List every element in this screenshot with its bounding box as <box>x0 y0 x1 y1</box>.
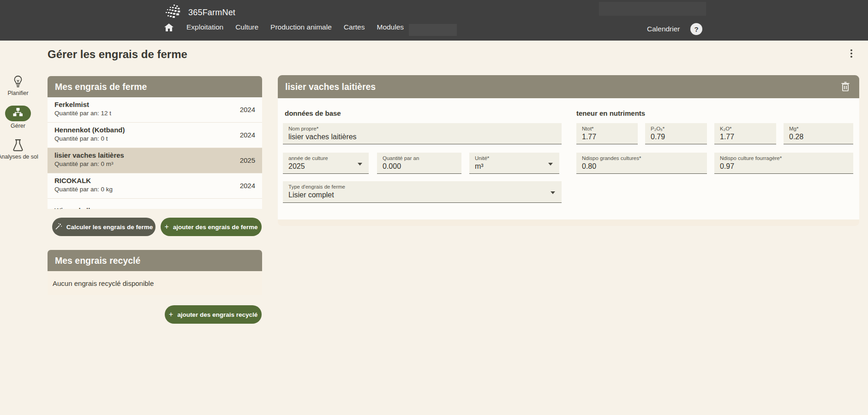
nav-item-calendrier[interactable]: Calendrier <box>647 25 680 33</box>
sidebar-item-label: Planifier <box>7 90 28 96</box>
ndispo-culture-fourragere-field[interactable]: Ndispo culture fourragère* 0.97 <box>714 153 853 174</box>
add-farm-fertilizer-button[interactable]: + ajouter des engrais de ferme <box>161 218 262 236</box>
panel-title: Mes engrais recyclé <box>55 255 140 266</box>
field-label: Quantité par an <box>383 155 456 161</box>
nav-item-culture[interactable]: Culture <box>235 23 258 31</box>
field-label: K₂O* <box>720 126 771 131</box>
home-icon[interactable] <box>164 23 174 31</box>
field-value: 2025 <box>288 162 363 171</box>
fertilizer-name: RICOKALK <box>54 177 255 184</box>
sidebar-item-analyses-de-sol[interactable]: Analyses de sol <box>0 138 36 160</box>
nav-item-exploitation[interactable]: Exploitation <box>186 23 223 31</box>
field-value: Lisier complet <box>288 191 556 199</box>
detail-title: lisier vaches laitières <box>285 82 376 92</box>
chevron-down-icon <box>548 163 553 166</box>
lightbulb-icon <box>13 75 23 89</box>
ndispo-grandes-cultures-field[interactable]: Ndispo grandes cultures* 0.80 <box>576 153 707 174</box>
fertilizer-year: 2025 <box>240 156 255 164</box>
field-value: m³ <box>475 162 554 171</box>
top-header-bar: 365FarmNet Exploitation Culture Producti… <box>0 0 868 41</box>
ntot-field[interactable]: Ntot* 1.77 <box>576 123 638 144</box>
fertilizer-name: Wiesenkalk <box>54 207 255 209</box>
list-item[interactable]: RICOKALK Quantité par an: 0 kg 2024 <box>48 173 262 199</box>
chevron-down-icon <box>551 191 555 194</box>
logo-swoosh-icon <box>164 5 186 20</box>
field-value: 0.000 <box>383 162 456 171</box>
field-label: Nom propre* <box>288 126 556 131</box>
flask-icon <box>12 138 24 152</box>
section-label-nutrients: teneur en nutriments <box>576 109 645 117</box>
field-value: 0.80 <box>582 162 701 171</box>
field-label: Ndispo culture fourragère* <box>720 155 848 161</box>
nav-item-modules[interactable]: Modules <box>377 23 404 31</box>
section-label-base: données de base <box>285 109 341 117</box>
fertilizer-year: 2024 <box>240 131 255 139</box>
button-label: Calculer les engrais de ferme <box>66 224 153 231</box>
fertilizer-year: 2024 <box>240 106 255 113</box>
quantite-par-an-field[interactable]: Quantité par an 0.000 <box>377 153 461 174</box>
detail-panel-header: lisier vaches laitières <box>278 75 859 98</box>
k2o-field[interactable]: K₂O* 1.77 <box>714 123 776 144</box>
fertilizer-quantity: Quantité par an: 0 t <box>54 135 255 142</box>
app-logo[interactable]: 365FarmNet <box>164 5 235 20</box>
fertilizer-name: Ferkelmist <box>54 101 255 108</box>
list-item[interactable]: Hennenkot (Kotband) Quantité par an: 0 t… <box>48 123 262 148</box>
main-nav: Exploitation Culture Production animale … <box>164 23 404 31</box>
recycled-empty-state: Aucun engrais recyclé disponible <box>48 271 262 295</box>
field-label: Unité* <box>475 155 554 161</box>
list-item[interactable]: Ferkelmist Quantité par an: 12 t 2024 <box>48 97 262 123</box>
mg-field[interactable]: Mg* 0.28 <box>784 123 853 144</box>
field-label: année de culture <box>288 155 363 161</box>
chevron-down-icon <box>358 163 362 166</box>
fertilizer-name: lisier vaches laitières <box>54 151 255 159</box>
nom-propre-field[interactable]: Nom propre* lisier vaches laitières <box>283 123 562 144</box>
field-value: 0.97 <box>720 162 848 171</box>
field-label: Mg* <box>789 126 848 131</box>
trash-icon[interactable] <box>841 82 850 92</box>
button-label: ajouter des engrais de ferme <box>173 224 258 231</box>
sidebar-item-gerer[interactable]: Gérer <box>0 106 36 129</box>
wand-icon <box>55 223 62 231</box>
sitemap-icon <box>13 108 23 119</box>
farm-fertilizers-list: Ferkelmist Quantité par an: 12 t 2024 He… <box>48 97 262 209</box>
farm-fertilizers-panel-header: Mes engrais de ferme <box>48 76 262 97</box>
fertilizer-name: Hennenkot (Kotband) <box>54 126 255 134</box>
list-item-clipped[interactable]: Wiesenkalk <box>48 199 262 209</box>
add-recycled-fertilizer-button[interactable]: + ajouter des engrais recyclé <box>165 305 262 324</box>
field-label: P₂O₅* <box>651 126 701 131</box>
redacted-nav-item <box>409 24 457 36</box>
nav-item-production-animale[interactable]: Production animale <box>270 23 332 31</box>
sidebar-item-planifier[interactable]: Planifier <box>0 75 36 96</box>
field-value: 0.28 <box>789 133 848 141</box>
sidebar-item-label: Analyses de sol <box>0 154 38 160</box>
fertilizer-quantity: Quantité par an: 0 kg <box>54 186 255 193</box>
type-engrais-select[interactable]: Type d'engrais de ferme Lisier complet <box>283 181 562 203</box>
fertilizer-year: 2024 <box>240 182 255 190</box>
plus-icon: + <box>169 311 173 318</box>
annee-de-culture-select[interactable]: année de culture 2025 <box>283 153 369 174</box>
field-label: Ntot* <box>582 126 632 131</box>
field-value: 1.77 <box>720 133 771 141</box>
field-value: lisier vaches laitières <box>288 133 556 141</box>
panel-title: Mes engrais de ferme <box>55 82 147 92</box>
p2o5-field[interactable]: P₂O₅* 0.79 <box>645 123 707 144</box>
calculate-fertilizers-button[interactable]: Calculer les engrais de ferme <box>52 218 156 236</box>
page-title: Gérer les engrais de ferme <box>48 48 187 61</box>
unite-select[interactable]: Unité* m³ <box>469 153 559 174</box>
plus-icon: + <box>164 223 168 231</box>
detail-panel-footer <box>278 219 859 226</box>
logo-wordmark: 365FarmNet <box>188 8 235 18</box>
fertilizer-quantity: Quantité par an: 12 t <box>54 110 255 117</box>
help-icon[interactable]: ? <box>690 23 702 35</box>
field-value: 0.79 <box>651 133 701 141</box>
left-rail: Planifier Gérer Analyses de sol <box>0 75 36 169</box>
active-pill <box>5 106 31 121</box>
redacted-account-area <box>599 2 706 16</box>
nav-item-cartes[interactable]: Cartes <box>344 23 365 31</box>
recycled-panel-header: Mes engrais recyclé <box>48 250 262 271</box>
field-label: Type d'engrais de ferme <box>288 184 556 190</box>
list-item-selected[interactable]: lisier vaches laitières Quantité par an:… <box>48 148 262 173</box>
button-label: ajouter des engrais recyclé <box>177 311 257 318</box>
kebab-menu-icon[interactable] <box>848 49 855 61</box>
empty-message: Aucun engrais recyclé disponible <box>53 279 154 287</box>
